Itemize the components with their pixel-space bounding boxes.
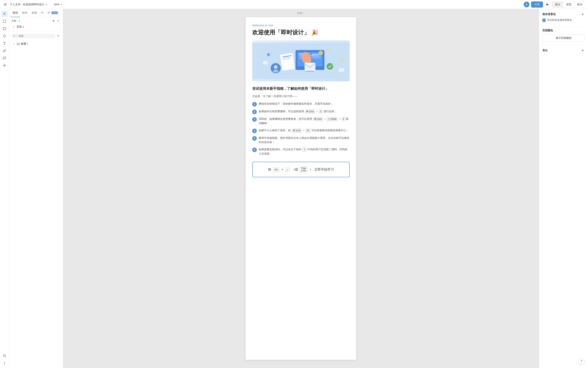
topbar-right: 8 分享 设计 原型 标注 (524, 1, 586, 8)
tab-new[interactable]: AI New (46, 9, 60, 17)
pen-tool[interactable] (1, 33, 8, 39)
add-export-button[interactable] (581, 48, 585, 53)
svg-rect-8 (3, 20, 3, 21)
chevron-down-icon (60, 3, 62, 6)
pencil-tool[interactable] (1, 47, 8, 54)
collapse-pages-button[interactable] (56, 19, 60, 23)
start-box: 按 Fn + ↓ （或 Page Down ） 立即开始学习 (252, 162, 350, 177)
tip-item-1: 1 网络良好的情况下，你的操作都将被实时保存，无需手动保存； (252, 102, 350, 107)
page-item[interactable]: ✓ 页面 1 (11, 24, 60, 29)
export-title: 导出 (542, 49, 548, 52)
svg-rect-50 (263, 61, 268, 64)
tab-design[interactable]: 设计 (552, 2, 563, 7)
page-down-line1: Page (301, 167, 306, 169)
filter-button[interactable] (56, 34, 60, 38)
page-color-title: 页面颜色 (542, 29, 585, 32)
tab-layers[interactable]: 图层 (11, 9, 20, 17)
zoom-control[interactable]: 82% (52, 2, 64, 7)
select-tool[interactable] (1, 11, 8, 17)
expand-icon[interactable] (12, 42, 16, 45)
page-check-icon: ✓ (13, 25, 15, 28)
svg-rect-20 (19, 43, 19, 44)
svg-rect-21 (17, 44, 18, 45)
canvas-bg-section: 画布背景色 ✓ 导出时包含画布背景色 (542, 12, 585, 22)
help-button[interactable]: ? (578, 358, 585, 365)
svg-point-43 (273, 70, 278, 72)
mode-tabs: 设计 原型 标注 (552, 1, 586, 8)
start-paren-open: （或 (291, 167, 298, 172)
plugin-tool[interactable] (1, 62, 8, 69)
topbar-left: 个人文件 / 欢迎使用即时设计 82% (2, 2, 522, 7)
chevron-down-icon (45, 3, 48, 6)
breadcrumb-separator: / (21, 3, 22, 6)
more-tool[interactable] (1, 360, 8, 366)
share-button[interactable]: 分享 (531, 1, 543, 8)
canvas-area[interactable]: 欢迎！ Welcome to Use 欢迎使用「即时设计」 🎉 (63, 9, 539, 368)
tip-text-1: 网络良好的情况下，你的操作都将被实时保存，无需手动保存； (259, 102, 350, 106)
tab-prototype[interactable]: 原型 (563, 2, 574, 7)
layer-search (9, 33, 63, 40)
svg-point-15 (4, 362, 5, 362)
add-page-button[interactable] (51, 19, 56, 23)
svg-point-48 (268, 54, 270, 55)
svg-rect-9 (6, 20, 6, 21)
tips-list: 1 网络良好的情况下，你的操作都将被实时保存，无需手动保存； 2 如果操作出错想… (252, 102, 350, 156)
main-layout: 图层组件资源AIAI New 页数：1 (0, 9, 588, 368)
frame-tool[interactable] (1, 18, 8, 25)
page-label: 页面 1 (16, 25, 24, 29)
search-input[interactable] (19, 35, 53, 37)
page-color-section: 页面颜色 显示页面颜色 (542, 29, 585, 42)
panel-tabs: 图层组件资源AIAI New (9, 9, 63, 17)
svg-rect-19 (17, 43, 18, 44)
menu-button[interactable] (2, 2, 8, 7)
show-color-button[interactable]: 显示页面颜色 (542, 34, 585, 42)
search-tool[interactable] (1, 352, 8, 359)
pages-header: 页数：1 (11, 19, 60, 23)
tip-text-5: 教程中的超链接，指针停留在文本上就会出现链接小弹层，点击名称可以跳转到对应内容； (259, 136, 350, 145)
export-bg-checkbox[interactable]: ✓ (542, 18, 546, 22)
new-badge: New (52, 11, 58, 14)
tip-num-5: 5 (252, 136, 257, 141)
divider-1 (542, 26, 585, 26)
svg-rect-31 (312, 54, 319, 55)
canvas-bg-header: 画布背景色 (542, 12, 585, 16)
tab-components[interactable]: 组件 (20, 9, 29, 17)
breadcrumb-home[interactable]: 个人文件 (10, 3, 20, 6)
breadcrumb-current-label: 欢迎使用即时设计 (23, 3, 44, 6)
tab-assets[interactable]: 资源 (29, 9, 39, 17)
search-icon (13, 35, 15, 37)
svg-point-16 (4, 363, 5, 364)
breadcrumb-current[interactable]: 欢迎使用即时设计 (23, 3, 48, 6)
shape-tool[interactable] (1, 25, 8, 32)
kbd-ctrl-3: ⌘ (Ctrl) (291, 129, 302, 133)
add-canvas-bg-button[interactable] (581, 12, 585, 16)
tip-text-2: 如果操作出错想要撤销，可以连续使用 ⌘ (Ctrl) + Z 进行还原； (259, 109, 350, 114)
play-button[interactable] (545, 2, 550, 7)
tip-text-6: 如果想要在线询问，可以在右下角的 ？ 中找到用户交流群二维码，扫码加入交流群。 (259, 147, 350, 156)
tip-text-4: 如果不小心移动了画布，按 ⌘ (Ctrl) + Fn 可以快速将内容移回屏幕中心… (259, 129, 350, 133)
svg-rect-10 (3, 22, 3, 23)
layer-item[interactable]: 欢迎！ (10, 41, 62, 47)
text-tool[interactable] (1, 40, 8, 47)
kbd-fn: Fn (306, 129, 311, 133)
comment-tool[interactable] (1, 55, 8, 61)
hero-image (252, 40, 350, 81)
layers-section: 欢迎！ (9, 31, 63, 368)
svg-point-44 (318, 51, 323, 55)
svg-rect-12 (3, 28, 6, 30)
search-bar (11, 34, 55, 38)
kbd-fn-start: Fn (273, 167, 280, 172)
tip-num-6: 6 (252, 147, 257, 152)
tab-ai[interactable]: AI (39, 9, 46, 17)
welcome-subtitle: Welcome to Use (252, 24, 350, 27)
kbd-z: Z (319, 109, 323, 114)
svg-point-45 (327, 49, 329, 52)
start-paren-close: ） (309, 167, 313, 172)
svg-rect-32 (312, 55, 318, 56)
tab-label[interactable]: 标注 (574, 2, 585, 7)
export-section: 导出 (542, 48, 585, 53)
tip-num-3: 3 (252, 117, 257, 122)
kbd-shift: ⇧ (Shift) (327, 117, 337, 121)
svg-point-13 (4, 65, 5, 66)
chevron-down-icon (16, 35, 18, 37)
